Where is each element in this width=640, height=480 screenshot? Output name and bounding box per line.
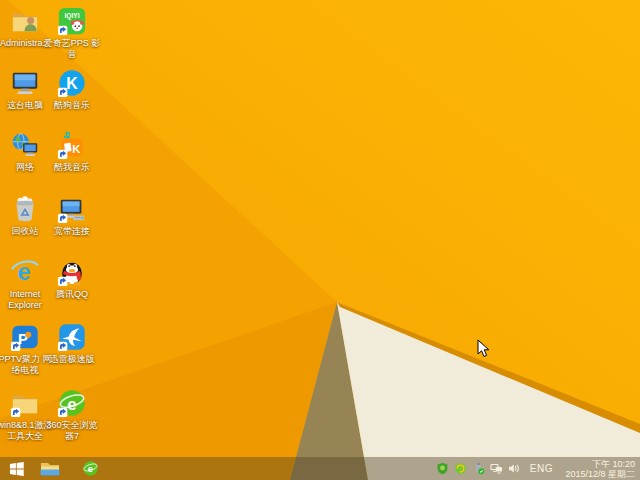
clock-date: 2015/12/8 星期二 [561, 469, 635, 479]
desktop-icon-broadband-connection[interactable]: 宽带连接 [49, 194, 95, 237]
desktop-icon-internet-explorer[interactable]: eInternet Explorer [2, 257, 48, 311]
language-indicator[interactable]: ENG [530, 463, 553, 474]
iqiyi-pps-icon: iQIYI [57, 6, 87, 36]
desktop-icon-iqiyi-pps[interactable]: iQIYI爱奇艺PPS 影音 [49, 6, 95, 60]
this-pc-icon [10, 68, 40, 98]
network-icon [10, 130, 40, 160]
desktop-icon-label: 腾讯QQ [42, 289, 102, 300]
tray-icon-volume[interactable] [508, 462, 521, 475]
desktop-icon-pptv[interactable]: PPPTV聚力 网络电视 [2, 322, 48, 376]
broadband-connection-icon [57, 194, 87, 224]
svg-text:e: e [87, 463, 92, 474]
kugou-music-icon: K [57, 68, 87, 98]
360-safe-browser-icon: e [57, 388, 87, 418]
desktop-icon-label: 酷狗音乐 [42, 100, 102, 111]
taskbar: e ENG 下午 10:20 2015/12/8 星期二 [0, 457, 640, 480]
360-browser-icon: e [82, 460, 99, 477]
win8-activation-tools-folder-icon [10, 388, 40, 418]
desktop-icon-label: 迅雷极速版 [42, 354, 102, 365]
tray-icon-usb-safely-remove[interactable] [472, 462, 485, 475]
taskbar-button-file-explorer[interactable] [36, 457, 64, 480]
taskbar-pinned-apps: e [34, 457, 104, 480]
clock-time: 下午 10:20 [561, 459, 635, 469]
windows-logo-icon [7, 460, 27, 478]
xunlei-thunder-icon [57, 322, 87, 352]
desktop-icon-kugou-music[interactable]: K酷狗音乐 [49, 68, 95, 111]
svg-text:K: K [66, 75, 78, 92]
desktop[interactable]: Administra...iQIYI爱奇艺PPS 影音这台电脑K酷狗音乐网络K酷… [0, 0, 640, 480]
desktop-icon-grid: Administra...iQIYI爱奇艺PPS 影音这台电脑K酷狗音乐网络K酷… [0, 0, 640, 457]
desktop-icon-label: 宽带连接 [42, 226, 102, 237]
desktop-icon-xunlei-thunder[interactable]: 迅雷极速版 [49, 322, 95, 365]
recycle-bin-icon [10, 194, 40, 224]
desktop-icon-kuwo-music[interactable]: K酷我音乐 [49, 130, 95, 173]
desktop-icon-label: 360安全浏览器7 [42, 420, 102, 442]
svg-text:K: K [72, 143, 81, 155]
internet-explorer-icon: e [10, 257, 40, 287]
tray-icon-360-safeguard-shield[interactable] [436, 462, 449, 475]
kuwo-music-icon: K [57, 130, 87, 160]
svg-text:iQIYI: iQIYI [65, 12, 80, 20]
desktop-icon-360-safe-browser[interactable]: e360安全浏览器7 [49, 388, 95, 442]
desktop-icon-label: 爱奇艺PPS 影音 [42, 38, 102, 60]
start-button[interactable] [0, 457, 34, 480]
tray-icon-group [436, 462, 521, 475]
pptv-icon: P [10, 322, 40, 352]
mouse-cursor [477, 339, 490, 358]
desktop-icon-label: 酷我音乐 [42, 162, 102, 173]
taskbar-button-360-browser[interactable]: e [76, 457, 104, 480]
file-explorer-icon [40, 460, 60, 477]
svg-text:e: e [67, 395, 76, 414]
tray-icon-network-status[interactable] [490, 462, 503, 475]
tencent-qq-icon [57, 257, 87, 287]
tray-icon-360-antivirus-ball[interactable] [454, 462, 467, 475]
desktop-icon-tencent-qq[interactable]: 腾讯QQ [49, 257, 95, 300]
system-tray: ENG 下午 10:20 2015/12/8 星期二 [436, 457, 640, 480]
taskbar-clock[interactable]: 下午 10:20 2015/12/8 星期二 [561, 459, 635, 479]
administrator-folder-icon [10, 6, 40, 36]
